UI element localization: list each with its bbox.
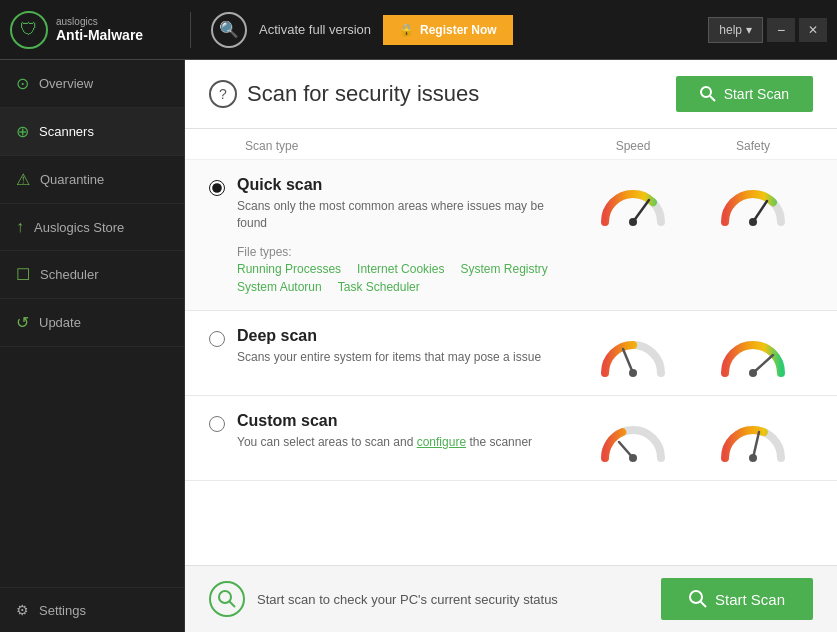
column-headers: Scan type Speed Safety [185, 129, 837, 160]
svg-point-0 [701, 87, 711, 97]
quarantine-icon: ⚠ [16, 170, 30, 189]
scanners-icon: ⊕ [16, 122, 29, 141]
quick-scan-file-types: File types: Running Processes Internet C… [237, 242, 573, 294]
sidebar-item-label: Update [39, 315, 81, 330]
svg-point-7 [629, 369, 637, 377]
custom-scan-details: Custom scan You can select areas to scan… [237, 412, 573, 451]
svg-line-8 [753, 355, 773, 373]
svg-line-1 [710, 96, 715, 101]
custom-scan-desc: You can select areas to scan and configu… [237, 434, 573, 451]
deep-scan-name: Deep scan [237, 327, 573, 345]
close-button[interactable]: ✕ [799, 18, 827, 42]
quick-scan-name: Quick scan [237, 176, 573, 194]
quick-scan-row: Quick scan Scans only the most common ar… [185, 160, 837, 311]
file-type-system-registry[interactable]: System Registry [460, 262, 547, 276]
content-area: ? Scan for security issues Start Scan Sc… [185, 60, 837, 632]
col-speed: Speed [573, 139, 693, 153]
custom-scan-row: Custom scan You can select areas to scan… [185, 396, 837, 481]
sidebar-item-label: Scanners [39, 124, 94, 139]
overview-icon: ⊙ [16, 74, 29, 93]
svg-line-12 [753, 432, 759, 458]
deep-scan-details: Deep scan Scans your entire system for i… [237, 327, 573, 366]
file-type-system-autorun[interactable]: System Autorun [237, 280, 322, 294]
sidebar-item-overview[interactable]: ⊙ Overview [0, 60, 184, 108]
svg-line-17 [700, 601, 706, 607]
svg-point-11 [629, 454, 637, 462]
update-icon: ↺ [16, 313, 29, 332]
logo-icon: 🛡 [10, 11, 48, 49]
sidebar: ⊙ Overview ⊕ Scanners ⚠ Quarantine ↑ Aus… [0, 60, 185, 632]
file-type-links: Running Processes Internet Cookies Syste… [237, 262, 573, 294]
deep-scan-desc: Scans your entire system for items that … [237, 349, 573, 366]
settings-icon: ⚙ [16, 602, 29, 618]
sidebar-item-quarantine[interactable]: ⚠ Quarantine [0, 156, 184, 204]
sidebar-item-label: Scheduler [40, 267, 99, 282]
minimize-button[interactable]: − [767, 18, 795, 42]
title-controls: help ▾ − ✕ [708, 17, 827, 43]
quick-scan-radio[interactable] [209, 180, 225, 196]
help-button[interactable]: help ▾ [708, 17, 763, 43]
deep-scan-safety-gauge [693, 327, 813, 379]
bottom-bar-left: Start scan to check your PC's current se… [209, 581, 558, 617]
custom-scan-name: Custom scan [237, 412, 573, 430]
configure-link[interactable]: configure [417, 435, 466, 449]
sidebar-item-label: Overview [39, 76, 93, 91]
scheduler-icon: ☐ [16, 265, 30, 284]
scan-icon [700, 86, 716, 102]
lock-icon: 🔒 [399, 23, 414, 37]
svg-line-2 [633, 200, 649, 222]
sidebar-item-scheduler[interactable]: ☐ Scheduler [0, 251, 184, 299]
start-scan-button-top[interactable]: Start Scan [676, 76, 813, 112]
activate-text: Activate full version [259, 22, 371, 37]
deep-scan-radio[interactable] [209, 331, 225, 347]
chevron-down-icon: ▾ [746, 23, 752, 37]
bottom-scan-icon [209, 581, 245, 617]
start-scan-button-bottom[interactable]: Start Scan [661, 578, 813, 620]
file-type-internet-cookies[interactable]: Internet Cookies [357, 262, 444, 276]
quick-scan-details: Quick scan Scans only the most common ar… [237, 176, 573, 294]
sidebar-item-label: Quarantine [40, 172, 104, 187]
sidebar-item-settings[interactable]: ⚙ Settings [0, 587, 184, 632]
app-logo: 🛡 auslogics Anti-Malware [10, 11, 190, 49]
app-brand: auslogics [56, 16, 143, 27]
content-header: ? Scan for security issues Start Scan [185, 60, 837, 129]
custom-scan-info: Custom scan You can select areas to scan… [209, 412, 573, 451]
deep-scan-speed-gauge [573, 327, 693, 379]
deep-scan-info: Deep scan Scans your entire system for i… [209, 327, 573, 366]
svg-point-13 [749, 454, 757, 462]
svg-point-5 [749, 218, 757, 226]
quick-scan-desc: Scans only the most common areas where i… [237, 198, 573, 232]
bottom-bar-text: Start scan to check your PC's current se… [257, 592, 558, 607]
settings-label: Settings [39, 603, 86, 618]
custom-scan-radio[interactable] [209, 416, 225, 432]
quick-scan-info: Quick scan Scans only the most common ar… [209, 176, 573, 294]
page-title-area: ? Scan for security issues [209, 80, 479, 108]
file-type-task-scheduler[interactable]: Task Scheduler [338, 280, 420, 294]
svg-point-3 [629, 218, 637, 226]
bottom-bar: Start scan to check your PC's current se… [185, 565, 837, 632]
scan-icon-bottom [689, 590, 707, 608]
svg-point-9 [749, 369, 757, 377]
activate-icon: 🔍 [211, 12, 247, 48]
col-scan-type: Scan type [245, 139, 573, 153]
question-icon: ? [209, 80, 237, 108]
custom-scan-safety-gauge [693, 412, 813, 464]
col-safety: Safety [693, 139, 813, 153]
page-title: Scan for security issues [247, 81, 479, 107]
sidebar-item-update[interactable]: ↺ Update [0, 299, 184, 347]
file-type-running-processes[interactable]: Running Processes [237, 262, 341, 276]
activate-section: 🔍 Activate full version 🔒 Register Now [190, 12, 708, 48]
svg-line-15 [229, 601, 235, 607]
logo-text: auslogics Anti-Malware [56, 16, 143, 43]
quick-scan-speed-gauge [573, 176, 693, 228]
scan-options: Quick scan Scans only the most common ar… [185, 160, 837, 565]
store-icon: ↑ [16, 218, 24, 236]
app-name: Anti-Malware [56, 27, 143, 43]
help-label: help [719, 23, 742, 37]
quick-scan-safety-gauge [693, 176, 813, 228]
custom-scan-speed-gauge [573, 412, 693, 464]
sidebar-item-scanners[interactable]: ⊕ Scanners [0, 108, 184, 156]
sidebar-item-auslogics-store[interactable]: ↑ Auslogics Store [0, 204, 184, 251]
deep-scan-row: Deep scan Scans your entire system for i… [185, 311, 837, 396]
register-button[interactable]: 🔒 Register Now [383, 15, 513, 45]
